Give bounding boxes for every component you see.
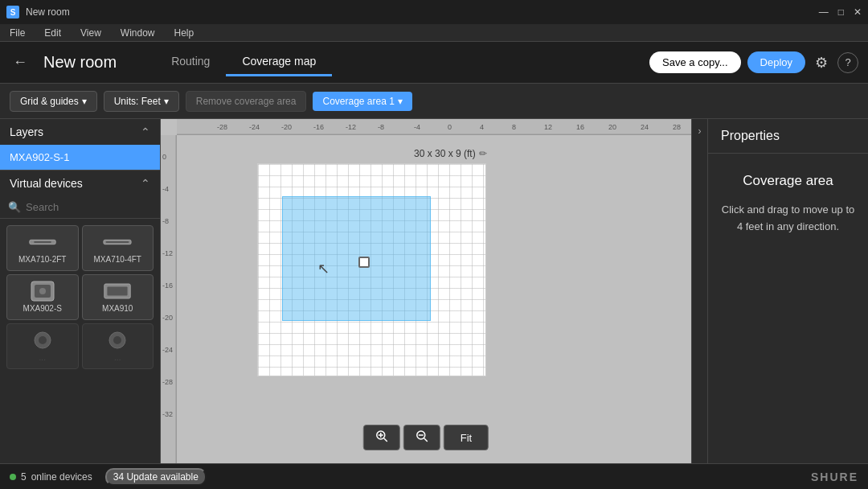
device-marker[interactable]: [358, 257, 370, 268]
online-dot: [10, 474, 16, 480]
svg-rect-8: [108, 287, 128, 296]
coverage-area-label: Coverage area 1: [322, 96, 394, 107]
units-button[interactable]: Units: Feet ▾: [104, 91, 179, 112]
zoom-in-button[interactable]: [363, 425, 400, 450]
maximize-button[interactable]: □: [838, 6, 844, 18]
device-card-mxa710-4ft[interactable]: MXA710-4FT: [82, 225, 154, 271]
layer-item-mxa902[interactable]: MXA902-S-1: [0, 145, 160, 170]
header-tabs: Routing Coverage map: [155, 48, 332, 76]
layers-collapse-button[interactable]: ⌃: [141, 125, 150, 138]
device-name-mxa710-2ft: MXA710-2FT: [18, 255, 66, 264]
app-icon: S: [6, 6, 19, 18]
menu-edit[interactable]: Edit: [41, 26, 64, 40]
menu-window[interactable]: Window: [117, 26, 158, 40]
deploy-button[interactable]: Deploy: [747, 51, 805, 73]
svg-text:4: 4: [480, 123, 484, 131]
layers-header[interactable]: Layers ⌃: [0, 119, 160, 145]
device-name-mxa710-4ft: MXA710-4FT: [94, 255, 141, 264]
device-name-extra2: ...: [114, 353, 121, 362]
coverage-area[interactable]: [282, 196, 431, 321]
svg-line-42: [384, 438, 387, 442]
device-icon-mxa710-4ft: [103, 232, 132, 252]
menu-file[interactable]: File: [6, 26, 28, 40]
dimension-label: 30 x 30 x 9 (ft) ✏: [414, 148, 487, 159]
statusbar: 5 online devices 34 Update available SHU…: [0, 463, 868, 489]
svg-text:-8: -8: [378, 123, 384, 131]
svg-text:28: 28: [673, 123, 681, 131]
coverage-area-button[interactable]: Coverage area 1 ▾: [313, 92, 411, 111]
tab-routing[interactable]: Routing: [155, 48, 226, 76]
menu-help[interactable]: Help: [171, 26, 198, 40]
device-card-mxa910[interactable]: MXA910: [82, 274, 154, 320]
svg-text:-12: -12: [162, 249, 173, 257]
device-card-mxa902-s[interactable]: MXA902-S: [6, 274, 79, 320]
page-title: New room: [43, 53, 117, 72]
menubar: File Edit View Window Help: [0, 24, 868, 42]
window-controls: — □ ✕: [819, 6, 862, 18]
chevron-down-icon: ▾: [82, 96, 87, 107]
svg-point-6: [39, 288, 46, 294]
ruler-horizontal: -28 -24 -20 -16 -12 -8 -4 0 4 8 12 16 20…: [177, 119, 691, 135]
chevron-down-icon-units: ▾: [164, 96, 169, 107]
right-panel: Properties Coverage area Click and drag …: [707, 119, 868, 463]
device-icon-mxa710-2ft: [28, 232, 57, 252]
layers-section: Layers ⌃ MXA902-S-1: [0, 119, 160, 170]
svg-text:12: 12: [544, 123, 552, 131]
right-panel-toggle[interactable]: ›: [691, 119, 707, 463]
svg-point-10: [39, 336, 47, 344]
zoom-controls: Fit: [363, 425, 489, 450]
settings-button[interactable]: ⚙: [812, 51, 831, 75]
dimension-text: 30 x 30 x 9 (ft): [414, 148, 476, 159]
remove-coverage-button[interactable]: Remove coverage area: [186, 91, 307, 112]
room-grid: [257, 163, 486, 376]
back-button[interactable]: ←: [10, 51, 31, 74]
header-actions: Save a copy... Deploy ⚙ ?: [649, 51, 858, 75]
header: ← New room Routing Coverage map Save a c…: [0, 42, 868, 84]
device-card-extra2[interactable]: ...: [82, 323, 154, 369]
svg-text:-20: -20: [162, 314, 173, 322]
device-name-mxa902-s: MXA902-S: [23, 304, 62, 313]
right-toggle-icon: ›: [698, 125, 702, 137]
edit-dimension-icon[interactable]: ✏: [479, 148, 487, 159]
svg-text:-32: -32: [162, 410, 173, 418]
online-status: 5 online devices: [10, 471, 92, 483]
svg-text:-20: -20: [281, 123, 292, 131]
svg-text:24: 24: [641, 123, 649, 131]
virtual-devices-collapse-button[interactable]: ⌃: [141, 177, 150, 190]
svg-text:-4: -4: [162, 185, 169, 193]
virtual-devices-title: Virtual devices: [10, 177, 83, 190]
virtual-devices-section[interactable]: Virtual devices ⌃: [0, 170, 160, 196]
tab-coverage-map[interactable]: Coverage map: [226, 48, 332, 76]
units-label: Units: Feet: [114, 96, 161, 107]
svg-text:8: 8: [512, 123, 516, 131]
save-copy-button[interactable]: Save a copy...: [649, 51, 740, 73]
canvas-area[interactable]: -28 -24 -20 -16 -12 -8 -4 0 4 8 12 16 20…: [161, 119, 691, 463]
help-button[interactable]: ?: [837, 52, 858, 73]
search-input[interactable]: [26, 201, 161, 213]
device-icon-extra1: [28, 331, 57, 350]
grid-guides-button[interactable]: Grid & guides ▾: [10, 91, 97, 112]
device-card-extra1[interactable]: ...: [6, 323, 79, 369]
update-badge[interactable]: 34 Update available: [105, 468, 207, 486]
zoom-fit-button[interactable]: Fit: [444, 425, 489, 450]
svg-text:-4: -4: [414, 123, 420, 131]
svg-text:0: 0: [448, 123, 452, 131]
svg-text:-16: -16: [313, 123, 324, 131]
close-button[interactable]: ✕: [854, 6, 862, 18]
svg-text:-24: -24: [249, 123, 260, 131]
zoom-out-button[interactable]: [403, 425, 440, 450]
device-card-mxa710-2ft[interactable]: MXA710-2FT: [6, 225, 79, 271]
svg-text:16: 16: [576, 123, 584, 131]
svg-text:-12: -12: [346, 123, 356, 131]
sidebar: Layers ⌃ MXA902-S-1 Virtual devices ⌃ 🔍: [0, 119, 161, 463]
device-grid: MXA710-2FT MXA710-4FT: [0, 219, 160, 376]
svg-text:-8: -8: [162, 217, 169, 225]
online-label: online devices: [31, 471, 92, 483]
titlebar-title: New room: [26, 6, 813, 18]
coverage-info: Coverage area Click and drag to move up …: [708, 154, 868, 255]
svg-line-46: [424, 438, 428, 442]
menu-view[interactable]: View: [77, 26, 104, 40]
minimize-button[interactable]: —: [819, 6, 829, 18]
chevron-down-icon-coverage: ▾: [398, 96, 403, 107]
canvas-content[interactable]: 30 x 30 x 9 (ft) ✏ ↖: [177, 135, 691, 463]
